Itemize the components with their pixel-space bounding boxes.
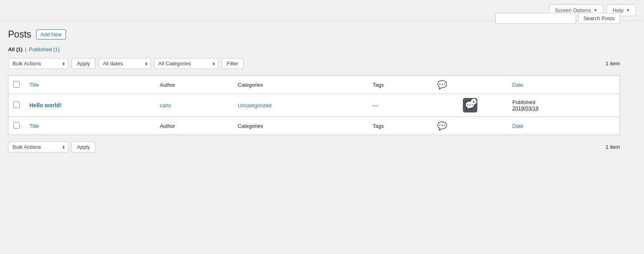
comment-bubble-icon[interactable]: 💬 1 — [463, 98, 477, 112]
header-date: Date — [508, 76, 620, 94]
header-area: Posts Add New All (1) | Published (1) S — [8, 29, 620, 58]
screen-options-chevron-icon: ▼ — [593, 8, 597, 12]
page-title: Posts — [8, 29, 31, 40]
bottom-bar: Bulk Actions ⬍ Apply 1 item — [8, 142, 620, 152]
footer-author: Author — [155, 117, 233, 135]
bulk-actions-wrap-top: Bulk Actions ⬍ — [8, 58, 68, 69]
all-dates-wrap: All dates ⬍ — [99, 58, 151, 69]
row-checkbox-cell — [8, 94, 25, 117]
footer-col-tags-label: Tags — [373, 123, 384, 129]
col-tags-label: Tags — [373, 82, 384, 88]
comment-count-badge: 1 — [471, 99, 477, 104]
footer-col-title-label[interactable]: Title — [29, 123, 39, 129]
select-all-checkbox-bottom[interactable] — [13, 122, 20, 129]
table-row: Hello world! carlo Uncategorized — 💬 1 P… — [8, 94, 620, 117]
footer-checkbox-cell — [8, 117, 25, 135]
header-title: Title — [25, 76, 155, 94]
header-checkbox-cell — [8, 76, 25, 94]
post-title-link[interactable]: Hello world! — [29, 102, 62, 108]
help-label: Help — [613, 7, 623, 13]
help-chevron-icon: ▼ — [626, 8, 630, 12]
comments-header-icon: 💬 — [437, 80, 447, 90]
col-date-label[interactable]: Date — [512, 82, 523, 88]
footer-tags: Tags — [368, 117, 432, 135]
top-filters-row: Bulk Actions ⬍ Apply All dates ⬍ All Cat… — [8, 58, 620, 69]
post-author-link[interactable]: carlo — [160, 102, 171, 108]
post-category-link[interactable]: Uncategorized — [238, 102, 272, 108]
all-dates-select[interactable]: All dates — [99, 58, 151, 69]
row-tags-cell: — — [368, 94, 432, 117]
filter-separator: | — [25, 46, 26, 52]
bulk-actions-wrap-bottom: Bulk Actions ⬍ — [8, 142, 68, 152]
row-checkbox[interactable] — [13, 102, 20, 108]
comments-footer-icon: 💬 — [437, 121, 447, 131]
col-author-label: Author — [160, 82, 175, 88]
row-categories-cell: Uncategorized — [233, 94, 368, 117]
col-title-label[interactable]: Title — [29, 82, 39, 88]
add-new-button[interactable]: Add New — [36, 29, 66, 40]
footer-col-author-label: Author — [160, 123, 175, 129]
row-comments-cell: 💬 1 — [432, 94, 508, 117]
search-posts-button[interactable]: Search Posts — [578, 13, 620, 24]
page-header: Posts Add New — [8, 29, 495, 40]
row-title-cell: Hello world! — [25, 94, 155, 117]
apply-button-bottom[interactable]: Apply — [72, 142, 95, 152]
col-categories-label: Categories — [238, 82, 263, 88]
apply-button-top[interactable]: Apply — [72, 58, 95, 69]
left-header: Posts Add New All (1) | Published (1) — [8, 29, 495, 58]
row-author-cell: carlo — [155, 94, 233, 117]
bulk-actions-select-bottom[interactable]: Bulk Actions — [8, 142, 68, 152]
header-categories: Categories — [233, 76, 368, 94]
post-date-status: Published — [512, 99, 535, 105]
row-date-cell: Published 2019/03/19 — [508, 94, 620, 117]
item-count-top: 1 item — [606, 60, 620, 67]
all-categories-wrap: All Categories ⬍ — [154, 58, 219, 69]
post-tags-value: — — [373, 102, 378, 108]
search-input[interactable] — [495, 13, 576, 24]
filter-published-link[interactable]: Published (1) — [29, 46, 60, 52]
item-count-bottom: 1 item — [606, 144, 620, 150]
select-all-checkbox[interactable] — [13, 81, 20, 87]
header-author: Author — [155, 76, 233, 94]
footer-col-date-label[interactable]: Date — [512, 123, 523, 129]
screen-options-label: Screen Options — [555, 7, 591, 13]
filter-button[interactable]: Filter — [222, 58, 244, 69]
filter-links: All (1) | Published (1) — [8, 46, 495, 52]
footer-col-categories-label: Categories — [238, 123, 263, 129]
main-content: Posts Add New All (1) | Published (1) S — [0, 21, 628, 160]
header-comments: 💬 — [432, 76, 508, 94]
footer-comments: 💬 — [432, 117, 508, 135]
footer-categories: Categories — [233, 117, 368, 135]
table-footer-row: Title Author Categories Tags 💬 Date — [8, 117, 620, 135]
footer-date: Date — [508, 117, 620, 135]
filter-all-link[interactable]: All (1) — [8, 46, 23, 52]
footer-title: Title — [25, 117, 155, 135]
bulk-actions-select-top[interactable]: Bulk Actions — [8, 58, 68, 69]
posts-table: Title Author Categories Tags 💬 Date — [8, 75, 620, 135]
table-header-row: Title Author Categories Tags 💬 Date — [8, 76, 620, 94]
search-area: Search Posts — [495, 13, 620, 24]
post-date-value: 2019/03/19 — [512, 105, 539, 111]
header-tags: Tags — [368, 76, 432, 94]
all-categories-select[interactable]: All Categories — [154, 58, 219, 69]
